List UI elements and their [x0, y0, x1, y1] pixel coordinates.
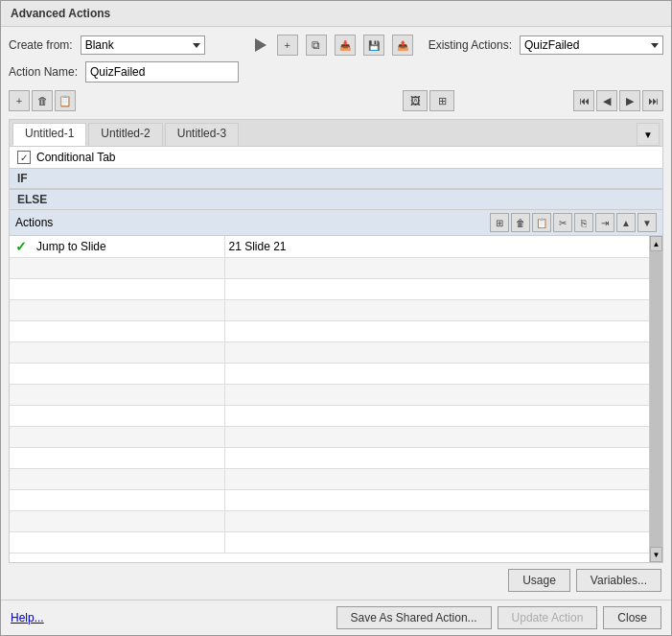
scrollbar-thumb[interactable] — [650, 251, 662, 547]
existing-actions-label: Existing Actions: — [429, 38, 512, 52]
scrollbar-up-button[interactable]: ▲ — [650, 236, 662, 251]
existing-actions-value: QuizFailed — [524, 38, 579, 52]
dialog-body: Create from: Blank + ⧉ 📥 💾 📤 Existing Ac… — [1, 27, 671, 600]
table-row[interactable] — [10, 363, 649, 384]
scrollbar-down-button[interactable]: ▼ — [650, 547, 662, 562]
copy-row-button[interactable]: 📋 — [55, 90, 76, 111]
toolbar-left: + 🗑 📋 — [9, 90, 76, 111]
action-cell: Jump to Slide — [33, 236, 224, 257]
table-row[interactable] — [10, 468, 649, 489]
tab-untitled-1[interactable]: Untitled-1 — [12, 123, 86, 146]
tab-content: ✓ Conditional Tab IF ELSE Actions — [10, 147, 662, 562]
action-up-button[interactable]: ▲ — [616, 213, 636, 232]
copy-action-button[interactable]: ⧉ — [306, 35, 327, 56]
action-copy-button[interactable]: 📋 — [532, 213, 551, 232]
create-from-value: Blank — [85, 38, 114, 52]
import-button[interactable]: 📥 — [335, 35, 356, 56]
detail-cell: 21 Slide 21 — [224, 236, 649, 257]
else-section: ELSE — [10, 189, 662, 210]
toolbar-row: + 🗑 📋 🖼 ⊞ ⏮ ◀ ▶ ⏭ — [9, 88, 663, 113]
create-from-arrow-icon — [193, 43, 200, 48]
save-shared-button[interactable]: 💾 — [363, 35, 384, 56]
advanced-actions-dialog: Advanced Actions Create from: Blank + ⧉ … — [0, 0, 672, 636]
table-row[interactable] — [10, 531, 649, 553]
actions-header: Actions ⊞ 🗑 📋 ✂ ⎘ ⇥ ▲ ▼ — [10, 210, 662, 236]
last-button[interactable]: ⏭ — [642, 90, 663, 111]
table-button[interactable]: ⊞ — [429, 90, 454, 111]
dialog-title: Advanced Actions — [1, 1, 671, 27]
add-row-button[interactable]: + — [9, 90, 30, 111]
delete-row-button[interactable]: 🗑 — [32, 90, 53, 111]
status-check-icon: ✓ — [15, 239, 27, 254]
update-action-button[interactable]: Update Action — [498, 606, 598, 629]
table-row[interactable] — [10, 447, 649, 468]
table-row[interactable] — [10, 320, 649, 342]
actions-label: Actions — [15, 216, 53, 229]
action-cut-button[interactable]: ✂ — [553, 213, 572, 232]
close-button[interactable]: Close — [603, 606, 661, 629]
actions-data-table: ✓ Jump to Slide 21 Slide 21 — [10, 236, 649, 554]
toolbar-right: 🖼 ⊞ ⏮ ◀ ▶ ⏭ — [403, 90, 663, 111]
image-button[interactable]: 🖼 — [403, 90, 428, 111]
play-icon — [255, 38, 266, 52]
prev-button[interactable]: ◀ — [596, 90, 617, 111]
table-row[interactable] — [10, 257, 649, 278]
first-button[interactable]: ⏮ — [573, 90, 594, 111]
tab-untitled-3[interactable]: Untitled-3 — [165, 123, 239, 146]
footer-buttons: Save As Shared Action... Update Action C… — [336, 606, 662, 629]
action-name-label: Action Name: — [9, 65, 78, 79]
table-row[interactable] — [10, 405, 649, 426]
actions-panel: Actions ⊞ 🗑 📋 ✂ ⎘ ⇥ ▲ ▼ — [10, 210, 662, 562]
create-from-label: Create from: — [9, 38, 73, 52]
save-as-shared-button[interactable]: Save As Shared Action... — [336, 606, 492, 629]
conditional-row: ✓ Conditional Tab — [10, 147, 662, 168]
tab-untitled-2[interactable]: Untitled-2 — [88, 123, 162, 146]
action-delete-button[interactable]: 🗑 — [511, 213, 530, 232]
table-row[interactable] — [10, 299, 649, 320]
table-row[interactable] — [10, 426, 649, 447]
conditional-label: Conditional Tab — [36, 151, 116, 164]
tab-overflow-button[interactable]: ▼ — [637, 123, 660, 146]
next-button[interactable]: ▶ — [619, 90, 640, 111]
tabs-container: Untitled-1 Untitled-2 Untitled-3 ▼ ✓ Con… — [9, 119, 663, 563]
action-name-input[interactable] — [85, 61, 239, 82]
table-row[interactable] — [10, 489, 649, 510]
table-row[interactable] — [10, 342, 649, 363]
tab-bar: Untitled-1 Untitled-2 Untitled-3 ▼ — [10, 120, 662, 147]
if-section: IF — [10, 168, 662, 189]
export-button[interactable]: 📤 — [392, 35, 413, 56]
action-add-button[interactable]: ⊞ — [490, 213, 509, 232]
action-down-button[interactable]: ▼ — [637, 213, 657, 232]
existing-actions-arrow-icon — [651, 43, 659, 48]
dialog-footer: Help... Save As Shared Action... Update … — [1, 600, 671, 635]
action-indent-button[interactable]: ⇥ — [595, 213, 614, 232]
table-row[interactable] — [10, 278, 649, 299]
help-link[interactable]: Help... — [11, 611, 44, 624]
table-with-scrollbar: ✓ Jump to Slide 21 Slide 21 — [10, 236, 662, 562]
variables-button[interactable]: Variables... — [576, 569, 661, 592]
existing-actions-row: + ⧉ 📥 💾 📤 Existing Actions: QuizFailed — [252, 35, 663, 56]
table-row[interactable] — [10, 510, 649, 531]
table-row[interactable] — [10, 384, 649, 405]
action-name-row: Action Name: — [9, 61, 663, 82]
table-row[interactable]: ✓ Jump to Slide 21 Slide 21 — [10, 236, 649, 257]
play-button[interactable] — [252, 36, 269, 54]
create-from-select[interactable]: Blank — [81, 35, 205, 55]
create-from-row: Create from: Blank — [9, 35, 205, 55]
action-paste-button[interactable]: ⎘ — [574, 213, 593, 232]
actions-toolbar: ⊞ 🗑 📋 ✂ ⎘ ⇥ ▲ ▼ — [490, 213, 657, 232]
existing-actions-select[interactable]: QuizFailed — [520, 35, 663, 55]
actions-table: ✓ Jump to Slide 21 Slide 21 — [10, 236, 649, 562]
utility-row: Usage Variables... — [9, 569, 663, 592]
top-bar: Create from: Blank + ⧉ 📥 💾 📤 Existing Ac… — [9, 35, 663, 56]
conditional-checkbox[interactable]: ✓ — [17, 151, 31, 164]
add-action-button[interactable]: + — [277, 35, 298, 56]
usage-button[interactable]: Usage — [508, 569, 570, 592]
scrollbar[interactable]: ▲ ▼ — [649, 236, 662, 562]
